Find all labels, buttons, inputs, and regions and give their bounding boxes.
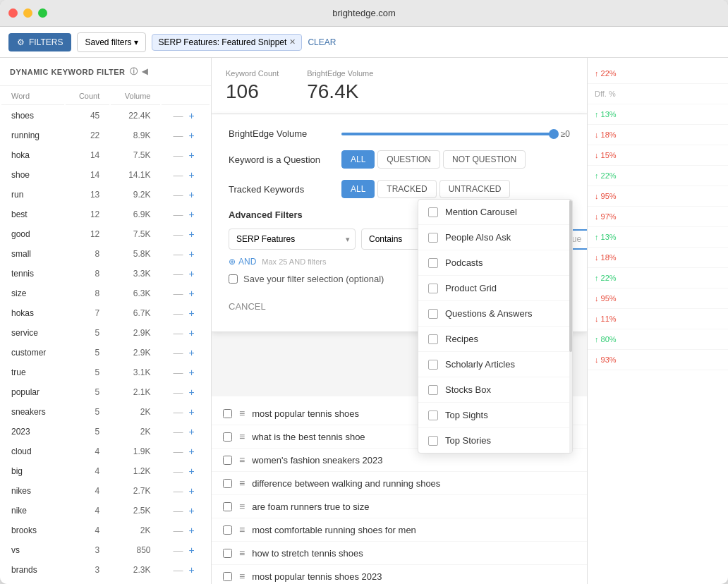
plus-action-icon[interactable]: + (187, 150, 195, 161)
keyword-checkbox[interactable] (223, 572, 232, 581)
question-toggle-all[interactable]: ALL (341, 150, 375, 169)
question-toggle-not-question[interactable]: NOT QUESTION (443, 150, 526, 169)
minus-action-icon[interactable]: — (171, 229, 184, 240)
table-row[interactable]: big 4 1.2K — + (1, 462, 210, 480)
clear-button[interactable]: CLEAR (308, 37, 336, 47)
plus-action-icon[interactable]: + (187, 485, 195, 497)
dropdown-item[interactable]: Scholarly Articles (418, 352, 572, 377)
table-row[interactable]: shoes 45 22.4K — + (1, 107, 210, 125)
minus-action-icon[interactable]: — (171, 268, 184, 279)
table-row[interactable]: nike 4 2.5K — + (1, 501, 210, 520)
plus-action-icon[interactable]: + (187, 248, 195, 260)
collapse-icon[interactable]: ◀ (142, 67, 148, 76)
dropdown-checkbox[interactable] (428, 284, 438, 293)
table-row[interactable]: popular 5 2.1K — + (1, 383, 210, 401)
table-row[interactable]: brands 3 2.3K — + (1, 561, 210, 579)
maximize-button[interactable] (38, 8, 47, 18)
plus-action-icon[interactable]: + (187, 209, 195, 220)
dropdown-checkbox[interactable] (428, 309, 438, 319)
minus-action-icon[interactable]: — (171, 564, 184, 576)
plus-action-icon[interactable]: + (187, 130, 195, 141)
plus-action-icon[interactable]: + (187, 446, 195, 457)
keyword-checkbox[interactable] (223, 456, 232, 465)
list-item[interactable]: ≡ difference between walking and running… (212, 472, 587, 495)
minus-action-icon[interactable]: — (171, 406, 184, 418)
minus-action-icon[interactable]: — (171, 150, 184, 161)
plus-action-icon[interactable]: + (187, 564, 195, 576)
list-item[interactable]: ≡ are foam runners true to size (212, 495, 587, 518)
minus-action-icon[interactable]: — (171, 169, 184, 181)
info-icon[interactable]: ⓘ (130, 66, 138, 77)
remove-filter-icon[interactable]: ✕ (289, 37, 296, 47)
table-row[interactable]: nikes 4 2.7K — + (1, 482, 210, 500)
minus-action-icon[interactable]: — (171, 387, 184, 398)
table-row[interactable]: tennis 8 3.3K — + (1, 264, 210, 283)
plus-action-icon[interactable]: + (187, 367, 195, 378)
table-row[interactable]: made 3 3.8K — + (1, 580, 210, 584)
table-row[interactable]: sneakers 5 2K — + (1, 403, 210, 421)
minus-action-icon[interactable]: — (171, 466, 184, 477)
dropdown-checkbox[interactable] (428, 385, 438, 395)
plus-action-icon[interactable]: + (187, 327, 195, 339)
minus-action-icon[interactable]: — (171, 288, 184, 299)
keyword-checkbox[interactable] (223, 479, 232, 488)
minus-action-icon[interactable]: — (171, 110, 184, 121)
filters-button[interactable]: ⚙ FILTERS (8, 33, 71, 51)
saved-filters-button[interactable]: Saved filters ▾ (77, 32, 146, 52)
table-row[interactable]: size 8 6.3K — + (1, 284, 210, 303)
dropdown-checkbox[interactable] (428, 233, 438, 243)
list-item[interactable]: ≡ how to stretch tennis shoes (212, 542, 587, 565)
dropdown-checkbox[interactable] (428, 258, 438, 268)
dropdown-item[interactable]: Top Sights (418, 403, 572, 428)
minus-action-icon[interactable]: — (171, 327, 184, 339)
serp-features-select[interactable]: SERP Features (229, 229, 356, 250)
plus-action-icon[interactable]: + (187, 189, 195, 200)
slider-track[interactable] (341, 133, 554, 135)
minus-action-icon[interactable]: — (171, 545, 184, 556)
dropdown-item[interactable]: Podcasts (418, 250, 572, 276)
add-and-filter-button[interactable]: ⊕ AND (229, 257, 256, 267)
plus-action-icon[interactable]: + (187, 229, 195, 240)
table-row[interactable]: hokas 7 6.7K — + (1, 304, 210, 322)
minimize-button[interactable] (23, 8, 32, 18)
minus-action-icon[interactable]: — (171, 130, 184, 141)
dropdown-item[interactable]: Stocks Box (418, 377, 572, 403)
plus-action-icon[interactable]: + (187, 308, 195, 319)
table-row[interactable]: hoka 14 7.5K — + (1, 146, 210, 164)
minus-action-icon[interactable]: — (171, 209, 184, 220)
tracked-toggle-tracked[interactable]: TRACKED (377, 180, 436, 198)
dropdown-item[interactable]: Mention Carousel (418, 200, 572, 225)
minus-action-icon[interactable]: — (171, 485, 184, 497)
dropdown-checkbox[interactable] (428, 436, 438, 446)
dropdown-item[interactable]: Product Grid (418, 276, 572, 301)
slider-thumb[interactable] (549, 129, 559, 139)
plus-action-icon[interactable]: + (187, 268, 195, 279)
dropdown-checkbox[interactable] (428, 360, 438, 370)
table-row[interactable]: service 5 2.9K — + (1, 324, 210, 342)
tracked-toggle-all[interactable]: ALL (341, 180, 375, 198)
table-row[interactable]: vs 3 850 — + (1, 541, 210, 559)
dropdown-checkbox[interactable] (428, 410, 438, 420)
table-row[interactable]: customer 5 2.9K — + (1, 343, 210, 362)
dropdown-item[interactable]: Top Stories (418, 428, 572, 453)
table-row[interactable]: small 8 5.8K — + (1, 245, 210, 263)
plus-action-icon[interactable]: + (187, 288, 195, 299)
minus-action-icon[interactable]: — (171, 308, 184, 319)
minus-action-icon[interactable]: — (171, 525, 184, 536)
plus-action-icon[interactable]: + (187, 545, 195, 556)
table-row[interactable]: true 5 3.1K — + (1, 363, 210, 382)
tracked-toggle-untracked[interactable]: UNTRACKED (439, 180, 511, 198)
keyword-checkbox[interactable] (223, 549, 232, 558)
cancel-button[interactable]: CANCEL (229, 301, 266, 312)
plus-action-icon[interactable]: + (187, 387, 195, 398)
plus-action-icon[interactable]: + (187, 406, 195, 418)
table-row[interactable]: 2023 5 2K — + (1, 422, 210, 441)
dropdown-item[interactable]: Questions & Answers (418, 301, 572, 327)
close-button[interactable] (8, 8, 18, 18)
keyword-checkbox[interactable] (223, 432, 232, 442)
dropdown-checkbox[interactable] (428, 207, 438, 217)
table-row[interactable]: shoe 14 14.1K — + (1, 166, 210, 184)
table-row[interactable]: running 22 8.9K — + (1, 126, 210, 145)
minus-action-icon[interactable]: — (171, 446, 184, 457)
dropdown-checkbox[interactable] (428, 334, 438, 344)
